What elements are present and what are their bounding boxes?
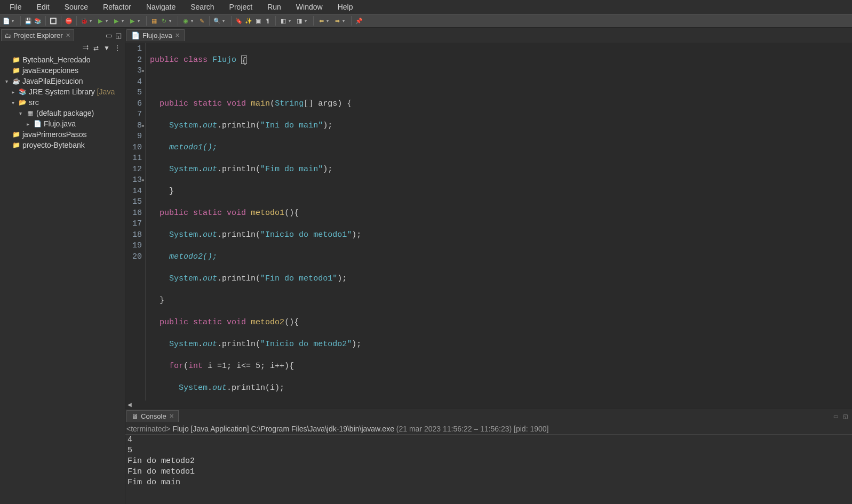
debug-icon[interactable]: 🐞 xyxy=(80,17,89,25)
java-project-icon: ☕ xyxy=(12,77,20,85)
maximize-icon[interactable]: ◱ xyxy=(841,412,849,420)
dropdown-icon[interactable]: ▾ xyxy=(122,19,126,23)
dropdown-icon[interactable]: ▾ xyxy=(12,19,16,23)
dropdown-icon[interactable]: ▾ xyxy=(343,19,347,23)
dropdown-icon[interactable]: ▾ xyxy=(289,19,293,23)
save-all-icon[interactable]: 📚 xyxy=(34,17,42,25)
line-gutter: 1 2 3 4 5 6 7 8 9 10 11 12 13 14 15 16 1 xyxy=(125,43,146,401)
menu-help[interactable]: Help xyxy=(330,1,361,13)
src-folder[interactable]: ▾ 📂 src xyxy=(2,97,123,108)
console-line: 5 xyxy=(128,445,850,456)
console-line: Fim do main xyxy=(128,477,850,488)
dropdown-icon[interactable]: ▾ xyxy=(90,19,94,23)
toggle-mark-icon[interactable]: 🔖 xyxy=(235,17,243,25)
annotation-icon[interactable]: ◧ xyxy=(279,17,288,25)
tree-label: javaExcepciones xyxy=(22,66,78,75)
close-icon[interactable]: ✕ xyxy=(175,32,180,39)
dropdown-icon[interactable]: ▾ xyxy=(305,19,309,23)
dropdown-icon[interactable]: ▾ xyxy=(222,19,227,23)
link-editor-icon[interactable]: ⇄ xyxy=(92,44,100,52)
tree-label-hint: [Java xyxy=(97,87,115,96)
back-icon[interactable]: ⬅ xyxy=(317,17,325,25)
project-item[interactable]: ▾ ☕ JavaPilaEjecucion xyxy=(2,76,123,86)
save-icon[interactable]: 💾 xyxy=(24,17,33,25)
editor-tab-flujo[interactable]: 📄 Flujo.java ✕ xyxy=(126,29,185,41)
wand-icon[interactable]: ✨ xyxy=(244,17,253,25)
project-tree[interactable]: 📁 Bytebank_Heredado 📁 javaExcepciones ▾ … xyxy=(0,53,125,151)
open-type-icon[interactable]: ◉ xyxy=(181,17,190,25)
console-line: Fin do metodo1 xyxy=(128,467,850,477)
pin-icon[interactable]: 📌 xyxy=(355,17,363,25)
code-content[interactable]: public class Flujo { public static void … xyxy=(146,43,365,401)
dropdown-icon[interactable]: ▾ xyxy=(191,19,195,23)
search-icon[interactable]: 🔍 xyxy=(213,17,221,25)
chevron-down-icon[interactable]: ▾ xyxy=(10,100,16,106)
package-item[interactable]: ▾ ▦ (default package) xyxy=(2,108,123,118)
project-item[interactable]: 📁 Bytebank_Heredado xyxy=(2,54,123,65)
dropdown-icon[interactable]: ▾ xyxy=(169,19,173,23)
close-icon[interactable]: ✕ xyxy=(169,413,174,420)
project-icon: 📁 xyxy=(12,141,20,149)
close-icon[interactable]: ✕ xyxy=(66,32,70,39)
menu-source[interactable]: Source xyxy=(57,1,95,13)
menu-project[interactable]: Project xyxy=(222,1,260,13)
refresh-icon[interactable]: ↻ xyxy=(160,17,168,25)
package-icon: ▦ xyxy=(26,109,34,117)
minimize-icon[interactable]: ▭ xyxy=(832,412,839,420)
menu-run[interactable]: Run xyxy=(260,1,289,13)
show-whitespace-icon[interactable]: ¶ xyxy=(264,17,272,25)
menu-file[interactable]: File xyxy=(2,1,29,13)
chevron-right-icon[interactable]: ▸ xyxy=(25,121,31,127)
block-select-icon[interactable]: ▣ xyxy=(254,17,262,25)
console-output[interactable]: 4 5 Fin do metodo2 Fin do metodo1 Fim do… xyxy=(125,435,852,504)
project-item[interactable]: 📁 javaPrimerosPasos xyxy=(2,129,123,140)
next-annotation-icon[interactable]: ◨ xyxy=(295,17,304,25)
run-last-icon[interactable]: ▶ xyxy=(128,17,137,25)
dropdown-icon[interactable]: ▾ xyxy=(138,19,142,23)
project-explorer-tab[interactable]: 🗂 Project Explorer ✕ xyxy=(1,29,74,41)
code-editor[interactable]: 1 2 3 4 5 6 7 8 9 10 11 12 13 14 15 16 1 xyxy=(125,43,852,401)
coverage-icon[interactable]: ▶ xyxy=(112,17,121,25)
project-item[interactable]: 📁 proyecto-Bytebank xyxy=(2,140,123,150)
tree-label: proyecto-Bytebank xyxy=(22,141,85,149)
skip-breakpoints-icon[interactable]: ⛔ xyxy=(65,17,73,25)
library-item[interactable]: ▸ 📚 JRE System Library [Java xyxy=(2,86,123,97)
minimize-icon[interactable]: ▭ xyxy=(105,31,113,39)
chevron-down-icon[interactable]: ▾ xyxy=(17,110,23,116)
run-icon[interactable]: ▶ xyxy=(96,17,105,25)
chevron-down-icon[interactable]: ▾ xyxy=(3,78,10,84)
horizontal-scrollbar[interactable]: ◀ xyxy=(125,401,852,408)
menu-edit[interactable]: Edit xyxy=(29,1,57,13)
library-icon: 📚 xyxy=(18,88,27,95)
menu-refactor[interactable]: Refactor xyxy=(95,1,139,13)
view-menu-icon[interactable]: ⋮ xyxy=(113,44,122,52)
console-icon: 🖥 xyxy=(131,412,138,420)
toggle-breadcrumb-icon[interactable]: 🔳 xyxy=(49,17,58,25)
java-file[interactable]: ▸ 📄 Flujo.java xyxy=(2,118,123,129)
new-package-icon[interactable]: ▦ xyxy=(150,17,158,25)
menu-search[interactable]: Search xyxy=(183,1,221,13)
project-icon: 📁 xyxy=(12,67,20,74)
dropdown-icon[interactable]: ▾ xyxy=(327,19,331,23)
project-item[interactable]: 📁 javaExcepciones xyxy=(2,65,123,76)
maximize-icon[interactable]: ◱ xyxy=(114,31,123,39)
tree-label: JavaPilaEjecucion xyxy=(22,77,83,85)
console-tab-label: Console xyxy=(141,412,166,420)
menu-navigate[interactable]: Navigate xyxy=(139,1,183,13)
console-tab[interactable]: 🖥 Console ✕ xyxy=(126,410,179,422)
new-icon[interactable]: 📄 xyxy=(2,17,11,25)
console-line: 4 xyxy=(128,435,850,445)
dropdown-icon[interactable]: ▾ xyxy=(106,19,110,23)
tree-label: src xyxy=(29,98,39,107)
forward-icon[interactable]: ➡ xyxy=(333,17,341,25)
collapse-all-icon[interactable]: ⮆ xyxy=(81,44,90,52)
project-explorer: 🗂 Project Explorer ✕ ▭ ◱ ⮆ ⇄ ▼ ⋮ 📁 Byteb… xyxy=(0,28,125,504)
chevron-right-icon[interactable]: ▸ xyxy=(10,89,16,95)
scroll-left-icon[interactable]: ◀ xyxy=(125,402,134,407)
new-class-icon[interactable]: ✎ xyxy=(197,17,206,25)
source-folder-icon: 📂 xyxy=(18,99,27,106)
project-icon: 📁 xyxy=(12,56,20,63)
filter-icon[interactable]: ▼ xyxy=(102,44,111,52)
java-file-icon: 📄 xyxy=(131,31,140,39)
menu-window[interactable]: Window xyxy=(289,1,330,13)
